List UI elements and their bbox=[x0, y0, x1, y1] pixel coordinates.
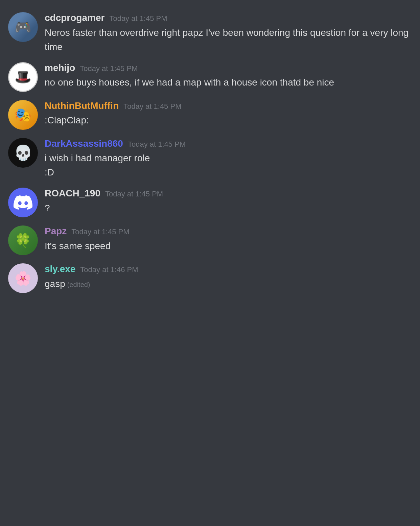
username[interactable]: sly.exe bbox=[45, 263, 75, 275]
message-text: Neros faster than overdrive right papz I… bbox=[45, 26, 412, 54]
timestamp: Today at 1:45 PM bbox=[128, 140, 186, 149]
message-content: PapzToday at 1:45 PMIt's same speed bbox=[45, 225, 412, 253]
message-list: cdcprogamerToday at 1:45 PMNeros faster … bbox=[0, 7, 420, 296]
message-item: mehijoToday at 1:45 PMno one buys houses… bbox=[0, 57, 420, 95]
message-content: ROACH_190Today at 1:45 PM? bbox=[45, 188, 412, 215]
timestamp: Today at 1:45 PM bbox=[109, 14, 167, 23]
message-header: NuthinButMuffinToday at 1:45 PM bbox=[45, 100, 412, 112]
message-header: ROACH_190Today at 1:45 PM bbox=[45, 188, 412, 199]
avatar[interactable] bbox=[8, 263, 38, 293]
timestamp: Today at 1:46 PM bbox=[80, 265, 138, 274]
username[interactable]: mehijo bbox=[45, 62, 75, 74]
message-content: DarkAssassin860Today at 1:45 PMi wish i … bbox=[45, 138, 412, 180]
message-item: DarkAssassin860Today at 1:45 PMi wish i … bbox=[0, 133, 420, 183]
message-item: ROACH_190Today at 1:45 PM? bbox=[0, 182, 420, 220]
message-item: NuthinButMuffinToday at 1:45 PM:ClapClap… bbox=[0, 95, 420, 133]
message-header: DarkAssassin860Today at 1:45 PM bbox=[45, 138, 412, 149]
timestamp: Today at 1:45 PM bbox=[71, 228, 129, 236]
message-text: i wish i had manager role:D bbox=[45, 151, 412, 180]
message-content: mehijoToday at 1:45 PMno one buys houses… bbox=[45, 62, 412, 90]
message-header: sly.exeToday at 1:46 PM bbox=[45, 263, 412, 275]
avatar[interactable] bbox=[8, 100, 38, 130]
avatar[interactable] bbox=[8, 62, 38, 92]
message-header: cdcprogamerToday at 1:45 PM bbox=[45, 12, 412, 24]
message-text: ? bbox=[45, 201, 412, 215]
username[interactable]: ROACH_190 bbox=[45, 188, 100, 199]
message-item: cdcprogamerToday at 1:45 PMNeros faster … bbox=[0, 7, 420, 57]
username[interactable]: Papz bbox=[45, 225, 67, 237]
message-text: It's same speed bbox=[45, 239, 412, 253]
username[interactable]: cdcprogamer bbox=[45, 12, 104, 24]
username[interactable]: DarkAssassin860 bbox=[45, 138, 123, 149]
message-content: cdcprogamerToday at 1:45 PMNeros faster … bbox=[45, 12, 412, 54]
message-content: sly.exeToday at 1:46 PMgasp(edited) bbox=[45, 263, 412, 291]
message-header: PapzToday at 1:45 PM bbox=[45, 225, 412, 237]
timestamp: Today at 1:45 PM bbox=[123, 102, 181, 111]
message-text: gasp(edited) bbox=[45, 277, 412, 291]
message-content: NuthinButMuffinToday at 1:45 PM:ClapClap… bbox=[45, 100, 412, 128]
edited-tag: (edited) bbox=[67, 281, 90, 288]
message-item: sly.exeToday at 1:46 PMgasp(edited) bbox=[0, 258, 420, 296]
message-header: mehijoToday at 1:45 PM bbox=[45, 62, 412, 74]
timestamp: Today at 1:45 PM bbox=[80, 64, 138, 73]
message-text: :ClapClap: bbox=[45, 113, 412, 127]
avatar[interactable] bbox=[8, 225, 38, 255]
timestamp: Today at 1:45 PM bbox=[105, 190, 163, 198]
username[interactable]: NuthinButMuffin bbox=[45, 100, 119, 112]
avatar[interactable] bbox=[8, 12, 38, 42]
message-text: no one buys houses, if we had a map with… bbox=[45, 75, 412, 90]
message-item: PapzToday at 1:45 PMIt's same speed bbox=[0, 220, 420, 258]
avatar[interactable] bbox=[8, 188, 38, 217]
avatar[interactable] bbox=[8, 138, 38, 168]
